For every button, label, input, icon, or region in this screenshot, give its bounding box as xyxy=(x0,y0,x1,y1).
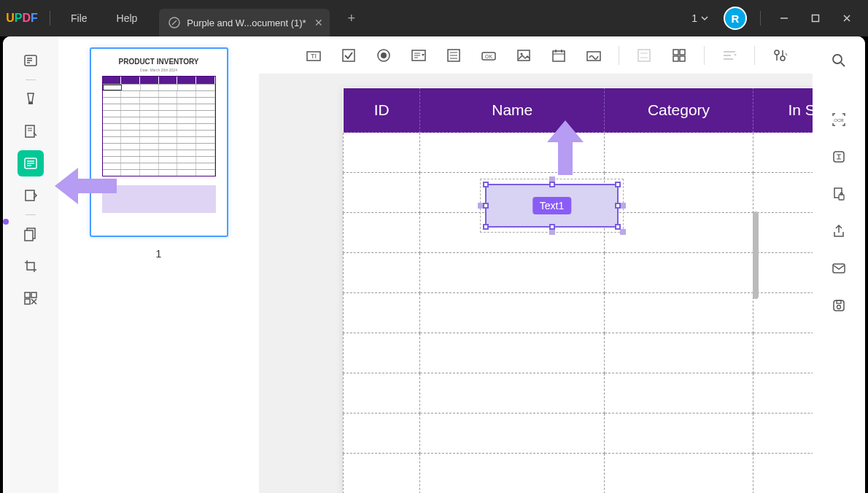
svg-point-57 xyxy=(833,55,842,63)
inventory-table: ID Name Category In Stock Qty Selling xyxy=(343,88,813,493)
menu-help[interactable]: Help xyxy=(102,12,152,24)
date-field-button[interactable] xyxy=(546,42,572,69)
svg-line-58 xyxy=(841,63,845,66)
thumb-footer xyxy=(102,185,216,213)
highlighter-tool[interactable] xyxy=(18,86,44,112)
chevron-down-icon xyxy=(700,14,709,23)
user-avatar[interactable]: R xyxy=(724,7,747,30)
share-button[interactable] xyxy=(826,218,852,244)
text-field-button[interactable]: TI xyxy=(301,42,327,69)
svg-rect-46 xyxy=(673,50,678,55)
form-recognition-button[interactable] xyxy=(631,42,657,69)
svg-rect-63 xyxy=(833,264,845,273)
svg-rect-47 xyxy=(680,50,685,55)
maximize-button[interactable] xyxy=(802,7,829,29)
svg-rect-17 xyxy=(25,230,33,241)
radio-button[interactable] xyxy=(371,42,397,69)
svg-rect-7 xyxy=(28,102,33,104)
svg-rect-66 xyxy=(837,300,841,303)
alignment-button[interactable] xyxy=(716,42,743,69)
left-toolbar xyxy=(3,36,58,493)
annotate-tool[interactable] xyxy=(18,118,44,144)
form-tool[interactable] xyxy=(18,150,44,176)
separator xyxy=(754,46,755,65)
menu-file[interactable]: File xyxy=(56,12,102,24)
thumb-title: PRODUCT INVENTORY xyxy=(118,58,198,66)
divider xyxy=(760,11,761,26)
tab-pencil-icon xyxy=(168,16,181,29)
svg-rect-36 xyxy=(518,50,530,61)
ruler-tool[interactable] xyxy=(18,182,44,209)
separator xyxy=(619,46,619,65)
convert-button[interactable] xyxy=(826,144,852,170)
main-area: PRODUCT INVENTORY Date: March 20th 2024 xyxy=(3,36,865,493)
svg-rect-43 xyxy=(638,50,650,61)
organize-tool[interactable] xyxy=(18,285,44,311)
field-order-button[interactable] xyxy=(666,42,692,69)
svg-text:OK: OK xyxy=(485,54,492,59)
crop-tool[interactable] xyxy=(18,253,44,279)
svg-rect-18 xyxy=(25,292,30,298)
new-tab-button[interactable]: + xyxy=(341,7,363,29)
image-field-button[interactable] xyxy=(511,42,537,69)
text-field-selection[interactable]: Text1 xyxy=(485,184,619,228)
canvas-area: TI OK ID Name Category In Sto xyxy=(259,36,813,493)
dropdown-button[interactable] xyxy=(406,42,432,69)
page-indicator[interactable]: 1 xyxy=(691,12,709,24)
search-button[interactable] xyxy=(826,47,852,74)
document-tab[interactable]: Purple and W...ocument (1)* ✕ xyxy=(159,9,329,36)
svg-text:OCR: OCR xyxy=(834,118,844,123)
column-category: Category xyxy=(605,88,753,133)
svg-rect-19 xyxy=(31,292,36,298)
active-indicator-dot xyxy=(3,219,9,225)
titlebar: UPDF File Help Purple and W...ocument (1… xyxy=(0,0,868,36)
close-window-button[interactable] xyxy=(833,7,861,29)
svg-rect-2 xyxy=(813,15,819,22)
svg-rect-42 xyxy=(587,52,600,61)
form-toolbar: TI OK xyxy=(259,36,813,74)
svg-rect-62 xyxy=(839,195,844,200)
protect-button[interactable] xyxy=(826,181,852,207)
thumb-date: Date: March 20th 2024 xyxy=(140,68,177,72)
listbox-button[interactable] xyxy=(441,42,467,69)
divider xyxy=(50,11,50,26)
svg-rect-49 xyxy=(680,56,685,61)
save-button[interactable] xyxy=(826,292,852,319)
separator xyxy=(26,79,36,80)
document-page[interactable]: ID Name Category In Stock Qty Selling xyxy=(343,88,813,493)
svg-rect-15 xyxy=(26,190,34,201)
svg-point-55 xyxy=(780,56,785,61)
reader-tool[interactable] xyxy=(18,47,44,74)
column-name: Name xyxy=(420,88,605,133)
svg-rect-38 xyxy=(553,51,565,61)
svg-rect-23 xyxy=(343,50,354,61)
svg-text:TI: TI xyxy=(311,53,317,60)
svg-rect-8 xyxy=(26,125,34,137)
tab-title: Purple and W...ocument (1)* xyxy=(187,18,306,28)
right-toolbar: OCR xyxy=(813,36,865,493)
email-button[interactable] xyxy=(826,255,852,282)
tab-close-button[interactable]: ✕ xyxy=(312,16,325,29)
svg-rect-48 xyxy=(673,56,678,61)
column-id: ID xyxy=(344,88,420,133)
column-stock: In Stock Qty xyxy=(753,88,813,133)
ocr-button[interactable]: OCR xyxy=(826,106,852,133)
svg-rect-20 xyxy=(25,299,30,304)
signature-field-button[interactable] xyxy=(581,42,607,69)
thumbnail-panel: PRODUCT INVENTORY Date: March 20th 2024 xyxy=(58,36,259,493)
svg-point-53 xyxy=(775,50,779,55)
minimize-button[interactable] xyxy=(770,7,798,29)
page-number: 1 xyxy=(691,12,697,24)
svg-point-25 xyxy=(381,53,387,58)
separator xyxy=(704,46,705,65)
button-field-button[interactable]: OK xyxy=(476,42,502,69)
page-thumbnail[interactable]: PRODUCT INVENTORY Date: March 20th 2024 xyxy=(90,47,228,237)
thumbnail-number: 1 xyxy=(156,248,162,260)
vertical-scrollbar[interactable] xyxy=(753,211,759,299)
thumb-table xyxy=(102,76,216,176)
checkbox-button[interactable] xyxy=(336,42,362,69)
separator xyxy=(26,214,36,215)
app-logo: UPDF xyxy=(0,12,44,25)
page-tool[interactable] xyxy=(18,221,44,247)
tools-menu-button[interactable] xyxy=(767,42,793,69)
